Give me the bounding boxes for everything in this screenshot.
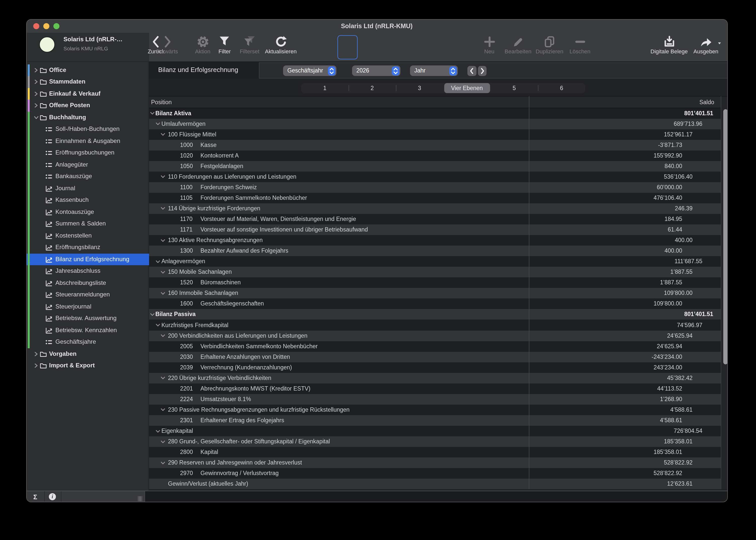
sidebar-item-soll-haben-buchungen[interactable]: Soll-/Haben-Buchungen [26,123,149,135]
table-row[interactable]: 230 Passive Rechnungsabgrenzungen und ku… [149,405,727,415]
table-row[interactable]: 1105Forderungen Sammelkonto Nebenbücher4… [149,193,727,203]
table-row[interactable]: 100 Flüssige Mittel152’961.17 [149,129,727,140]
row-expand-chevron-icon[interactable] [155,259,160,263]
sum-button[interactable]: Σ [26,491,44,502]
table-row[interactable]: 110 Forderungen aus Lieferungen und Leis… [149,172,727,182]
table-row[interactable]: 1600Geschäftsliegenschaften109’800.00 [149,299,727,309]
row-expand-chevron-icon[interactable] [155,323,160,327]
sidebar-item-vorgaben[interactable]: Vorgaben [26,348,149,360]
table-row[interactable]: 280 Grund-, Gesellschafter- oder Stiftun… [149,436,727,447]
table-row[interactable]: Kurzfristiges Fremdkapital74’596.97 [149,320,727,331]
dropdown-dimension[interactable]: Geschäftsjahr [283,66,336,76]
row-expand-chevron-icon[interactable] [150,111,154,115]
chevron-right-icon[interactable] [34,363,39,368]
sidebar-item-buchhaltung[interactable]: Buchhaltung [26,111,149,123]
dropdown-period[interactable]: Jahr [410,66,458,76]
chevron-right-icon[interactable] [34,103,39,108]
table-row[interactable]: 2970Gewinnvortrag / Verlustvortrag528’82… [149,468,727,478]
zoom-window-button[interactable] [53,23,60,29]
chevron-right-icon[interactable] [34,79,39,84]
row-expand-chevron-icon[interactable] [161,291,165,295]
row-expand-chevron-icon[interactable] [161,238,165,242]
sidebar-item-steueranmeldungen[interactable]: Steueranmeldungen [26,289,149,301]
level-segment-3[interactable]: 3 [396,83,443,93]
info-button[interactable]: i [44,491,61,502]
table-row[interactable]: Gewinn/Verlust (aktuelles Jahr)12’623.61 [149,479,727,489]
table-row[interactable]: 290 Reserven und Jahresgewinn oder Jahre… [149,458,727,468]
row-expand-chevron-icon[interactable] [161,461,165,465]
chevron-right-icon[interactable] [34,91,39,96]
sidebar-item-gesch-ftsjahre[interactable]: Geschäftsjahre [26,336,149,348]
row-expand-chevron-icon[interactable] [161,376,165,380]
table-row[interactable]: 200 Verbindlichkeiten aus Lieferungen un… [149,331,727,341]
sidebar-item-jahresabschluss[interactable]: Jahresabschluss [26,265,149,277]
sidebar-item-betriebsw-kennzahlen[interactable]: Betriebsw. Kennzahlen [26,324,149,336]
toolbar-button-aktualisieren[interactable]: Aktualisieren [258,33,303,62]
table-row[interactable]: 2005Verbindlichkeiten Sammelkonto Nebenb… [149,341,727,351]
sidebar-item-steuerjournal[interactable]: Steuerjournal [26,301,149,313]
sidebar-item-einnahmen-ausgaben[interactable]: Einnahmen & Ausgaben [26,135,149,147]
table-row[interactable]: Bilanz Passiva801’401.51 [149,309,727,320]
sidebar-item-betriebsw-auswertung[interactable]: Betriebsw. Auswertung [26,313,149,324]
table-row[interactable]: 1100Forderungen Schweiz60’000.00 [149,182,727,193]
row-expand-chevron-icon[interactable] [150,313,154,317]
table-row[interactable]: 1020Kontokorrent A155’992.90 [149,150,727,161]
dropdown-year[interactable]: 2026 [352,66,400,76]
level-segment-2[interactable]: 2 [348,83,396,93]
table-row[interactable]: 1170Vorsteuer auf Material, Waren, Diens… [149,214,727,224]
level-segment-vier-ebenen[interactable]: Vier Ebenen [444,83,490,93]
table-row[interactable]: 1520Büromaschinen1’887.55 [149,278,727,288]
sidebar-item-offene-posten[interactable]: Offene Posten [26,100,149,111]
sidebar-item-summen-salden[interactable]: Summen & Salden [26,218,149,230]
sidebar-item-bankausz-ge[interactable]: Bankauszüge [26,171,149,183]
table-row[interactable]: Eigenkapital726’804.54 [149,426,727,436]
table-row[interactable]: 160 Immobile Sachanlagen109’800.00 [149,288,727,299]
sidebar-item-kontoausz-ge[interactable]: Kontoauszüge [26,206,149,218]
table-row[interactable]: 1050Festgeldanlagen840.00 [149,161,727,172]
row-expand-chevron-icon[interactable] [161,334,165,338]
row-expand-chevron-icon[interactable] [161,132,165,136]
table-row[interactable]: 114 Übrige kurzfristige Forderungen246.3… [149,203,727,214]
sidebar-item-import-export[interactable]: Import & Export [26,360,149,372]
table-row[interactable]: 1000Kasse-3’871.73 [149,140,727,150]
sidebar-item-kassenbuch[interactable]: Kassenbuch [26,194,149,206]
table-row[interactable]: 2030Erhaltene Anzahlungen von Dritten-24… [149,351,727,362]
column-header-position[interactable]: Position [151,97,172,108]
table-row[interactable]: 150 Mobile Sachanlagen1’887.55 [149,267,727,278]
table-row[interactable]: 1171Vorsteuer auf sonstige Investitionen… [149,224,727,235]
toolbar-button-loeschen[interactable]: Löschen [557,33,603,62]
sidebar-item-anlageg-ter[interactable]: Anlagegüter [26,159,149,171]
row-expand-chevron-icon[interactable] [155,122,160,126]
row-expand-chevron-icon[interactable] [161,408,165,412]
column-header-saldo[interactable]: Saldo [699,97,714,108]
sidebar-item-kostenstellen[interactable]: Kostenstellen [26,230,149,241]
table-row[interactable]: 2039Verrechnung (Kundenanzahlungen)243’2… [149,362,727,373]
table-row[interactable]: 2201Abrechnungskonto MWST (Kreditor ESTV… [149,383,727,394]
table-row[interactable]: 220 Übrige kurzfristige Verbindlichkeite… [149,373,727,383]
level-segment-5[interactable]: 5 [490,83,538,93]
chevron-right-icon[interactable] [34,351,39,356]
row-expand-chevron-icon[interactable] [161,206,165,210]
scrollbar-thumb[interactable] [723,109,727,364]
close-window-button[interactable] [33,23,39,29]
sidebar-item-bilanz-und-erfolgsrechnung[interactable]: Bilanz und Erfolgsrechnung [26,253,149,265]
row-expand-chevron-icon[interactable] [161,175,165,179]
next-period-button[interactable] [478,66,486,76]
sidebar-item-abschreibungsliste[interactable]: Abschreibungsliste [26,277,149,289]
sidebar-item-stammdaten[interactable]: Stammdaten [26,76,149,88]
minimize-window-button[interactable] [43,23,49,29]
table-row[interactable]: Anlagevermögen111’687.55 [149,256,727,267]
table-row[interactable]: Umlaufvermögen689’713.96 [149,118,727,129]
chevron-right-icon[interactable] [34,68,39,73]
previous-period-button[interactable] [468,66,476,76]
chevron-down-icon[interactable] [34,115,39,120]
table-row[interactable]: Bilanz Aktiva801’401.51 [149,108,727,118]
scrollbar-track[interactable] [721,97,727,489]
row-expand-chevron-icon[interactable] [161,440,165,444]
table-row[interactable]: 130 Aktive Rechnungsabgrenzungen400.00 [149,235,727,246]
level-segment-1[interactable]: 1 [301,83,348,93]
sidebar-item-er-ffnungsbuchungen[interactable]: Eröffnungsbuchungen [26,147,149,159]
sidebar-item-er-ffnungsbilanz[interactable]: Eröffnungsbilanz [26,241,149,253]
table-row[interactable]: 1300Bezahlter Aufwand des Folgejahrs400.… [149,246,727,256]
table-row[interactable]: 2800Kapital185’358.01 [149,447,727,458]
